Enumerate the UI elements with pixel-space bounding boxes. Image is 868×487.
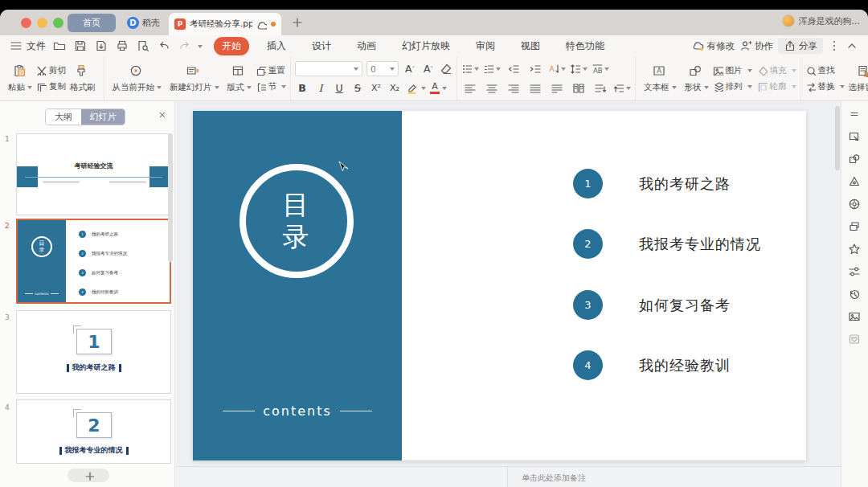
font-family-select[interactable] (295, 61, 362, 76)
increase-indent-button[interactable] (526, 61, 544, 76)
ltr-list-button[interactable] (592, 80, 609, 96)
bullets-button[interactable] (461, 61, 479, 76)
save-icon[interactable] (74, 39, 87, 52)
quickbar-dropdown-icon[interactable] (198, 45, 203, 51)
slides-stack-icon[interactable] (848, 220, 862, 235)
print-preview-icon[interactable] (137, 39, 149, 52)
section-button[interactable]: 节 (256, 81, 287, 92)
collaborate-button[interactable]: 协作 (739, 39, 773, 52)
toc-item-2[interactable]: 2 我报考专业的情况 (573, 229, 761, 259)
toc-title-circle[interactable]: 目 录 (240, 164, 354, 278)
underline-button[interactable]: U (332, 80, 346, 96)
justify-button[interactable] (526, 80, 544, 96)
tab-review[interactable]: 审阅 (468, 37, 503, 55)
tab-view[interactable]: 视图 (513, 37, 548, 55)
more-options-icon[interactable] (828, 39, 841, 52)
strikethrough-button[interactable]: S (350, 80, 365, 96)
fill-button[interactable]: 填充 (757, 65, 796, 76)
contents-caption[interactable]: contents (193, 403, 402, 419)
layout-button[interactable]: 版式 (223, 62, 256, 96)
align-right-button[interactable] (505, 80, 522, 96)
image-gallery-icon[interactable] (848, 310, 862, 325)
file-menu[interactable]: 文件 (27, 39, 46, 53)
find-button[interactable]: 查找 (805, 65, 845, 76)
tab-design[interactable]: 设计 (304, 37, 339, 55)
outline-button[interactable]: 轮廓 (757, 81, 796, 92)
text-direction-button[interactable] (548, 61, 566, 76)
change-case-button[interactable] (592, 61, 609, 76)
toc-item-3[interactable]: 3 如何复习备考 (573, 290, 731, 320)
present-window-icon[interactable] (848, 130, 862, 145)
notes-bar[interactable]: 单击此处添加备注 (176, 466, 841, 487)
columns-button[interactable] (570, 80, 588, 96)
effects-star-icon[interactable] (848, 243, 862, 257)
minimize-window-button[interactable] (37, 18, 47, 28)
design-tools-icon[interactable] (848, 198, 862, 212)
shrink-font-button[interactable]: A˅ (421, 61, 436, 76)
bold-button[interactable]: B (295, 80, 309, 96)
tab-special-features[interactable]: 特色功能 (558, 37, 612, 55)
subscript-button[interactable]: X₂ (387, 80, 402, 96)
outline-view-tab[interactable]: 大纲 (46, 109, 81, 125)
copy-button[interactable]: 复制 (36, 81, 66, 92)
user-account[interactable]: 浑身是戏的狗... (782, 14, 861, 27)
history-icon[interactable] (848, 288, 862, 302)
close-window-button[interactable] (21, 18, 31, 28)
adjust-sliders-icon[interactable] (848, 265, 862, 280)
numbering-button[interactable] (483, 61, 501, 76)
favorites-icon[interactable] (848, 333, 862, 347)
slide-canvas[interactable]: 目 录 contents 1 我的考研之路 2 我报考专业的情况 (193, 111, 806, 460)
hamburger-menu-icon[interactable] (10, 39, 23, 52)
textbox-button[interactable]: 文本框 (640, 62, 681, 96)
toc-item-1[interactable]: 1 我的考研之路 (573, 169, 731, 198)
paste-button[interactable]: 粘贴 (4, 62, 36, 96)
share-button[interactable]: 分享 (778, 38, 823, 54)
editor-scrollbar[interactable] (835, 106, 840, 170)
superscript-button[interactable]: X² (369, 80, 383, 96)
shapes-button[interactable]: 形状 (681, 62, 713, 96)
picture-button[interactable]: 图片 (713, 65, 752, 76)
sidebar-grip-icon[interactable] (848, 108, 862, 122)
slide-thumbnail-2-selected[interactable]: 目 录 contents 1我的考研之路 2我报考专业的情况 3如何复习备考 4… (16, 219, 171, 304)
close-panel-icon[interactable] (158, 110, 167, 120)
collapse-ribbon-icon[interactable] (845, 39, 858, 52)
reset-button[interactable]: 重置 (256, 65, 287, 76)
beautify-icon[interactable] (848, 175, 862, 190)
new-tab-button[interactable] (291, 16, 304, 29)
redo-icon[interactable] (178, 39, 191, 52)
selection-pane-button[interactable]: 选择窗格 (845, 62, 868, 96)
toc-teal-panel[interactable]: 目 录 contents (193, 111, 402, 460)
docer-tab[interactable]: D 稻壳 (127, 14, 160, 32)
open-file-icon[interactable] (53, 39, 66, 52)
tab-animation[interactable]: 动画 (349, 37, 384, 55)
tab-insert[interactable]: 插入 (259, 37, 294, 55)
modified-status[interactable]: 有修改 (692, 39, 735, 52)
tab-home[interactable]: 开始 (214, 37, 249, 55)
decrease-indent-button[interactable] (505, 61, 522, 76)
distribute-button[interactable] (548, 80, 566, 96)
slide-thumbnail-1[interactable]: 考研经验交流 (16, 133, 171, 215)
replace-button[interactable]: 替换 (805, 81, 845, 92)
zoom-window-button[interactable] (53, 18, 63, 28)
home-tab[interactable]: 首页 (68, 14, 116, 32)
add-slide-button[interactable] (68, 469, 109, 482)
tab-slideshow[interactable]: 幻灯片放映 (394, 37, 458, 55)
arrange-button[interactable]: 排列 (713, 81, 752, 92)
rtl-list-button[interactable] (613, 80, 631, 96)
play-from-current-button[interactable]: 从当前开始 (108, 62, 166, 96)
highlight-color-button[interactable] (406, 80, 426, 96)
document-tab[interactable]: P 考研经验分享.pptx (169, 13, 281, 35)
font-size-select[interactable]: 0 (366, 61, 399, 76)
new-slide-button[interactable]: 新建幻灯片 (166, 62, 223, 96)
format-painter-button[interactable]: 格式刷 (66, 62, 100, 96)
slide-thumbnail-4[interactable]: 2 我报考专业的情况 (16, 399, 171, 464)
clear-format-icon[interactable] (440, 63, 452, 76)
italic-button[interactable]: I (313, 80, 328, 96)
grow-font-button[interactable]: A˄ (403, 61, 417, 76)
cut-button[interactable]: 剪切 (36, 65, 66, 76)
undo-icon[interactable] (158, 39, 170, 52)
notes-placeholder[interactable]: 单击此处添加备注 (522, 473, 586, 484)
shapes-tool-icon[interactable] (848, 153, 862, 167)
line-spacing-button[interactable] (570, 61, 588, 76)
align-left-button[interactable] (461, 80, 479, 96)
